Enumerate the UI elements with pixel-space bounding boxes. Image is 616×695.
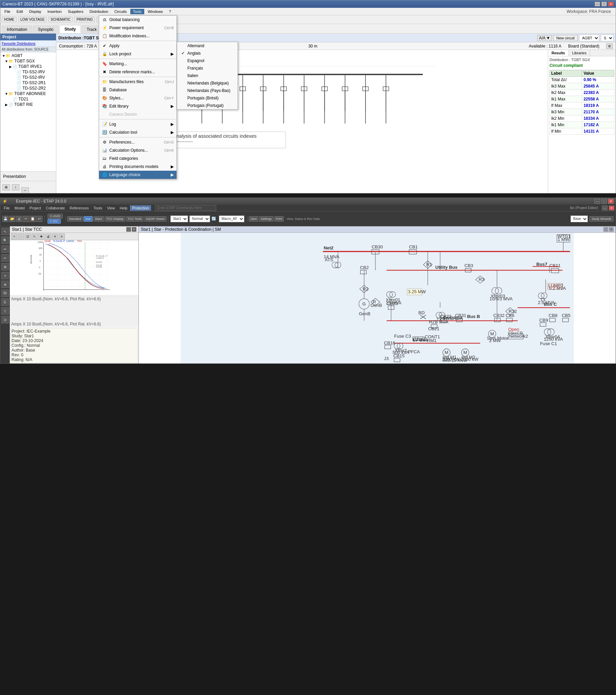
tab-synoptic[interactable]: Synoptic	[33, 26, 59, 33]
menu-preferences[interactable]: ⚙ Preferences... Ctrl+G	[99, 138, 177, 146]
side-btn-motor[interactable]: Ⓜ	[1, 289, 9, 297]
new-circuit-button[interactable]: New circuit	[553, 35, 578, 41]
menu-display[interactable]: Display	[27, 9, 44, 14]
presentation-btn-1[interactable]: ⊞	[2, 184, 10, 190]
macro-select[interactable]: Macro_AF	[219, 216, 244, 222]
etap-btn-star[interactable]: Star	[83, 216, 93, 222]
menu-log[interactable]: 📝 Log ▶	[99, 120, 177, 128]
etap-minimize-button[interactable]: —	[595, 199, 600, 204]
side-btn-fuse[interactable]: ⊡	[1, 316, 9, 323]
etap-right-close[interactable]: ✕	[609, 206, 614, 210]
tree-item-tgbt-irve1[interactable]: ▶ 📄 TGBT IRVE1	[1, 64, 55, 69]
side-btn-gen[interactable]: G	[1, 298, 9, 306]
menu-field-categories[interactable]: 🗂 Field categories	[99, 154, 177, 163]
tree-item-tgbt-sgx[interactable]: ▼ 📁 TGBT SGX	[1, 58, 55, 64]
board-icon[interactable]: ⊞	[606, 44, 613, 49]
presentation-btn-2[interactable]: ↕	[12, 184, 19, 190]
tcc-zoom-fit[interactable]: ⊡	[25, 234, 31, 240]
etap-menu-view[interactable]: View	[105, 205, 117, 211]
tcc-pan[interactable]: ✥	[38, 234, 45, 240]
menu-circuits[interactable]: Circuits	[112, 9, 130, 14]
tree-item-td-ss2-irv-2[interactable]: 📄 TD-SS2-IRV	[1, 75, 55, 80]
menu-manufacturers-files[interactable]: 📁 Manufacturers files Ctrl+J	[99, 78, 177, 86]
menu-help[interactable]: ?	[166, 9, 174, 14]
base-select[interactable]: Base	[570, 216, 588, 222]
etap-search-input[interactable]	[155, 205, 216, 211]
menu-calculation-tool[interactable]: 🔢 Calculation tool ▶	[99, 128, 177, 136]
tab-libraries[interactable]: Libraries	[569, 50, 590, 56]
toolbar-schematic[interactable]: SCHEMATIC	[48, 17, 73, 22]
etap-tool-print[interactable]: 🖨	[16, 216, 22, 222]
etap-btn-sqop[interactable]: SQOP Viewer	[144, 216, 167, 222]
tcc-zoom-out[interactable]: -	[18, 234, 24, 240]
etap-btn-tcc-display[interactable]: TCC Display	[105, 216, 126, 222]
tree-item-agbt[interactable]: ▼ 📁 AGBT	[1, 53, 55, 58]
side-btn-cb[interactable]: ⊞	[1, 263, 9, 270]
etap-restore-button[interactable]: □	[601, 199, 607, 204]
menu-calc-options[interactable]: 📊 Calculation Options... Ctrl+K	[99, 146, 177, 154]
lang-allemand[interactable]: Allemand	[177, 42, 237, 50]
sch-close-btn[interactable]: ✕	[609, 227, 614, 232]
menu-edit-library[interactable]: 📚 Edit library ▶	[99, 102, 177, 110]
side-btn-transformer[interactable]: ⊗	[1, 281, 9, 288]
dist-dropdown-2[interactable]: S	[601, 35, 614, 41]
toolbar-low-voltage[interactable]: LOW VOLTAGE	[18, 17, 47, 22]
lang-portugais-br[interactable]: Portugais (Brésil)	[177, 94, 237, 102]
etap-menu-project[interactable]: Project	[28, 205, 43, 211]
etap-btn-starz[interactable]: StarZ	[93, 216, 104, 222]
tree-item-tgbt-rie[interactable]: ▶ 📄 TGBT RIE	[1, 102, 55, 107]
tree-item-td-ss2-2r2[interactable]: 📄 TD-SS2-2R2	[1, 86, 55, 91]
etap-btn-print-2[interactable]: Print	[274, 216, 284, 222]
menu-insertion[interactable]: Insertion	[45, 9, 65, 14]
etap-menu-tools[interactable]: Tools	[91, 205, 104, 211]
etap-btn-standard[interactable]: Standard	[67, 216, 83, 222]
close-button[interactable]: ✕	[608, 2, 614, 6]
menu-windows[interactable]: Windows	[145, 9, 166, 14]
etap-btn-settings[interactable]: Settings	[259, 216, 273, 222]
etap-close-button[interactable]: ✕	[608, 199, 614, 204]
tab-results[interactable]: Results	[548, 50, 569, 56]
etap-right-min[interactable]: —	[602, 206, 607, 210]
refresh-icon[interactable]: 🔄	[212, 217, 216, 221]
side-btn-wire[interactable]: ✏	[1, 245, 9, 253]
tcc-maximize-btn[interactable]: □	[126, 227, 131, 232]
lang-francais[interactable]: Français	[177, 65, 237, 72]
menu-styles[interactable]: 🎨 Styles... Ctrl+Y	[99, 94, 177, 102]
menu-delete-ref-marks[interactable]: ✖ Delete reference marks...	[99, 68, 177, 76]
etap-tool-copy[interactable]: 📋	[30, 216, 36, 222]
lang-italien[interactable]: Italien	[177, 72, 237, 80]
menu-distribution[interactable]: Distribution	[87, 9, 111, 14]
view-selector[interactable]: A/A▼	[537, 35, 552, 41]
lang-anglais[interactable]: ✓ Anglais	[177, 50, 237, 57]
menu-edit[interactable]: Edit	[14, 9, 26, 14]
lang-neerlandais-be[interactable]: Néerlandais (Belgique)	[177, 80, 237, 87]
etap-tool-open[interactable]: 📂	[9, 216, 15, 222]
menu-global-balancing[interactable]: ⚖ Global balancing	[99, 16, 177, 24]
tab-information[interactable]: Information	[2, 26, 32, 33]
lang-espagnol[interactable]: Espagnol	[177, 57, 237, 65]
tcc-close-btn[interactable]: ✕	[132, 227, 136, 232]
side-btn-select[interactable]: ↖	[1, 228, 9, 235]
etap-menu-collaborate[interactable]: Collaborate	[44, 205, 67, 211]
side-btn-relay[interactable]: ⋄	[1, 272, 9, 279]
toolbar-printing[interactable]: PRINTING	[74, 17, 95, 22]
tcc-legend[interactable]: ≡	[59, 234, 65, 240]
tree-item-tgbt-abonnee[interactable]: ▼ 📁 TGBT ABONNEE	[1, 91, 55, 96]
etap-tool-undo[interactable]: ↩	[36, 216, 43, 222]
side-btn-bus[interactable]: ═	[1, 254, 9, 261]
menu-marking[interactable]: 🔖 Marking...	[99, 60, 177, 68]
etap-menu-model[interactable]: Model	[13, 205, 27, 211]
etap-tool-cut[interactable]: ✂	[23, 216, 29, 222]
etap-btn-alert[interactable]: Alert	[249, 216, 259, 222]
etap-btn-tcc-tools[interactable]: TCC Tools	[126, 216, 144, 222]
etap-menu-file[interactable]: File	[2, 205, 12, 211]
etap-menu-references[interactable]: References	[68, 205, 90, 211]
presentation-btn-3[interactable]: ↔	[21, 187, 29, 193]
menu-power-requirement[interactable]: ⚡ Power requirement Ctrl+B	[99, 24, 177, 32]
tab-study[interactable]: Study	[60, 25, 81, 33]
tree-item-td-ss2-irv-1[interactable]: 📄 TD-SS2-IRV	[1, 69, 55, 75]
fav-distributions-link[interactable]: Favourite Distributions	[2, 42, 35, 46]
toolbar-home[interactable]: HOME	[2, 17, 17, 22]
etap-btn-iec[interactable]: C-IEC	[48, 219, 61, 224]
menu-language-choice[interactable]: 🌐 Language choice ▶	[99, 171, 177, 179]
